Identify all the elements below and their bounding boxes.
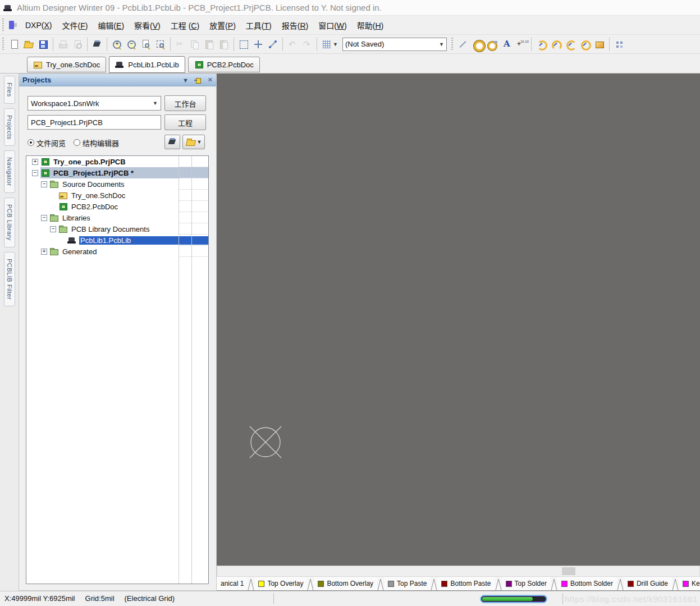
menu-item-f[interactable]: 文件(F) [57,17,93,33]
zoom-area-button[interactable] [153,37,168,52]
layer-color-swatch [561,581,568,587]
new-document-button[interactable] [7,37,21,52]
move-selection-button[interactable] [251,37,266,52]
document-tab-label: PcbLib1.PcbLib [128,61,179,69]
toolbar-separator [531,38,532,51]
arc-center-button[interactable] [534,37,548,52]
paste-array-button[interactable] [612,37,626,52]
layer-tab-anical-1[interactable]: anical 1 [217,577,248,590]
collapse-icon[interactable]: − [32,170,38,176]
save-document-button[interactable] [36,37,51,52]
full-circle-button[interactable] [578,37,592,52]
workspace-combobox[interactable]: Workspace1.DsnWrk ▼ [28,96,161,111]
arc-edge-button[interactable] [548,37,563,52]
view-3d-button[interactable] [90,37,104,52]
document-tab-pcblib1-pcblib[interactable]: PcbLib1.PcbLib [109,56,185,73]
menu-item-r[interactable]: 报告(R) [277,17,313,33]
panel-tab-strip: FilesProjectsNavigatorPCB LibraryPCBLIB … [0,74,19,591]
menu-grip[interactable] [2,19,5,32]
panel-close-icon[interactable]: ✕ [208,76,213,84]
redo-icon [302,39,312,49]
place-via-button[interactable] [485,37,500,52]
expand-icon[interactable]: + [41,249,47,255]
open-document-button[interactable] [21,37,36,52]
menu-item-v[interactable]: 察看(V) [129,17,166,33]
menu-item-p[interactable]: 放置(P) [204,17,241,33]
tree-row-libraries[interactable]: −Libraries [26,212,208,223]
pcb-editor-canvas[interactable] [217,74,700,566]
panel-menu-chevron-icon[interactable]: ▼ [182,77,189,84]
menu-item-t[interactable]: 工具(T) [241,17,277,33]
layer-tab-keep-out[interactable]: Keep-Out [679,577,700,590]
layer-tab-separator [495,577,502,590]
layer-tab-top-overlay[interactable]: Top Overlay [254,577,307,590]
sidebar-tab-pcb-library[interactable]: PCB Library [4,198,15,247]
tree-row-pcb2-pcbdoc[interactable]: PCB2.PcbDoc [26,201,208,212]
save-document-icon [38,39,48,49]
layer-tab-top-solder[interactable]: Top Solder [502,577,551,590]
menu-item-w[interactable]: 窗口(W) [313,17,352,33]
grid-preset-combobox[interactable]: (Not Saved)▼ [342,38,447,51]
toolbar-separator [317,38,317,51]
radio-structure-editor[interactable]: 结构编辑器 [74,137,119,148]
menu-item-dxp[interactable]: DXP(X) [20,19,57,32]
document-tab-try-one-schdoc[interactable]: Try_one.SchDoc [27,57,106,72]
tree-row-pcb-project1-prjpcb-[interactable]: −PCB_Project1.PrjPCB * [26,167,208,178]
layer-color-swatch [318,581,324,587]
toolbar-grip[interactable] [2,38,5,51]
document-tab-pcb2-pcbdoc[interactable]: PCB2.PcbDoc [188,57,260,72]
chevron-down-icon[interactable]: ▼ [333,42,338,47]
expand-icon[interactable]: + [32,159,38,165]
project-field[interactable]: PCB_Project1.PrjPCB [28,115,161,130]
workspace-button[interactable]: 工作台 [164,95,206,111]
snap-grid-button[interactable] [319,37,334,52]
menu-item-h[interactable]: 帮助(H) [352,17,388,33]
layer-tab-top-paste[interactable]: Top Paste [384,577,431,590]
sidebar-tab-projects[interactable]: Projects [4,108,15,146]
menu-item-c[interactable]: 工程 (C) [166,17,204,33]
tree-row-try-one-schdoc[interactable]: Try_one.SchDoc [26,190,208,201]
panel-3d-view-button[interactable] [164,135,180,149]
layer-color-swatch [258,581,264,587]
project-button[interactable]: 工程 [164,114,206,130]
copy-button [187,37,202,52]
sidebar-tab-navigator[interactable]: Navigator [4,150,15,193]
panel-open-button[interactable]: ▼ [182,135,205,149]
select-area-button[interactable] [236,37,251,52]
place-fill-button[interactable] [592,37,607,52]
sidebar-tab-files[interactable]: Files [4,76,15,104]
place-coordinate-button[interactable] [514,37,529,52]
tree-row-source-documents[interactable]: −Source Documents [26,178,208,190]
collapse-icon[interactable]: − [50,226,56,232]
panel-pin-icon[interactable] [194,77,202,83]
radio-file-view[interactable]: 文件阅览 [28,137,66,148]
layer-tab-label: Bottom Paste [450,580,491,587]
place-pad-button[interactable] [470,37,485,52]
layer-tab-bottom-paste[interactable]: Bottom Paste [437,577,495,590]
tree-row-generated[interactable]: +Generated [26,246,208,257]
place-line-button[interactable] [456,37,470,52]
sidebar-tab-pcblib-filter[interactable]: PCBLIB Filter [4,252,15,306]
clear-selections-button[interactable] [266,37,280,52]
menu-item-e[interactable]: 编辑(E) [93,17,129,33]
canvas-horizontal-scrollbar[interactable] [217,566,700,577]
layer-tab-drill-guide[interactable]: Drill Guide [624,577,672,590]
zoom-out-button[interactable] [124,37,139,52]
zoom-document-button[interactable] [139,37,153,52]
zoom-in-button[interactable] [109,37,124,52]
collapse-icon[interactable]: − [41,181,47,187]
toolbar-grip[interactable] [451,38,454,51]
tree-row-try-one-pcb-prjpcb[interactable]: +Try_one_pcb.PrjPCB [26,156,208,167]
place-string-button[interactable] [500,37,514,52]
collapse-icon[interactable]: − [41,215,47,221]
new-document-icon [9,39,19,49]
tree-row-pcb-library-documents[interactable]: −PCB Library Documents [26,223,208,235]
scrollbar-thumb[interactable] [562,567,575,575]
layer-tab-label: Top Overlay [267,580,303,587]
grid-setting: Grid:5mil [85,594,115,603]
layer-tab-bottom-overlay[interactable]: Bottom Overlay [314,577,377,590]
arc-any-angle-button[interactable] [563,37,578,52]
place-pad-icon [473,39,483,49]
tree-row-pcblib1-pcblib[interactable]: PcbLib1.PcbLib [26,235,208,246]
layer-tab-bottom-solder[interactable]: Bottom Solder [557,577,617,590]
